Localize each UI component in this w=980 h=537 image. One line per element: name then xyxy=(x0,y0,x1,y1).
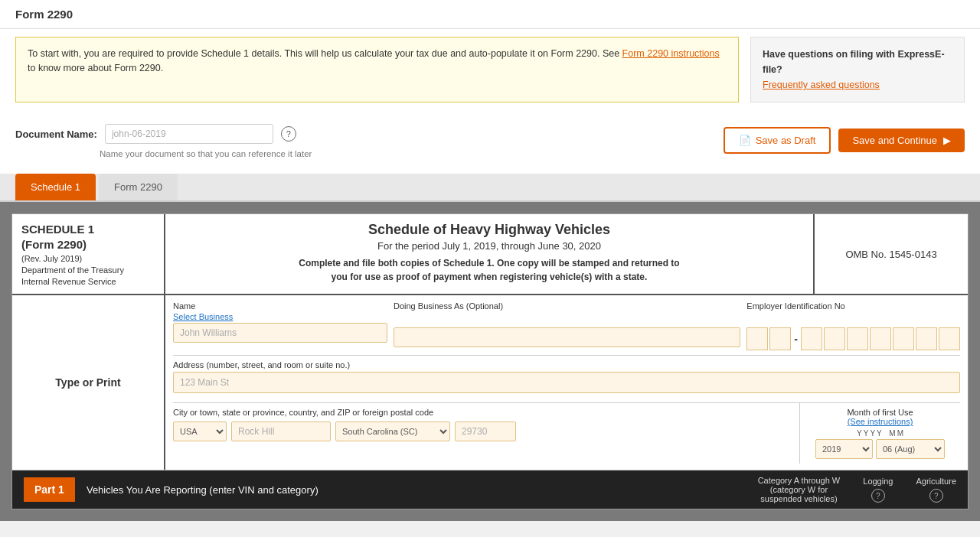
type-print-label: Type or Print xyxy=(12,295,165,470)
page-title: Form 2290 xyxy=(0,0,980,29)
schedule-left-info: SCHEDULE 1(Form 2290) (Rev. July 2019) D… xyxy=(12,214,165,294)
logging-help-icon[interactable]: ? xyxy=(871,489,885,503)
tab-form2290[interactable]: Form 2290 xyxy=(99,174,178,200)
month-select[interactable]: 06 (Aug) xyxy=(876,439,945,459)
col3-label: Agriculture xyxy=(916,477,956,486)
part1-title: Vehicles You Are Reporting (enter VIN an… xyxy=(87,484,758,496)
doc-hint: Name your document so that you can refer… xyxy=(15,149,312,164)
month-instructions-link[interactable]: (See instructions) xyxy=(848,417,913,426)
ein-digit-1[interactable] xyxy=(746,327,768,350)
select-business-link[interactable]: Select Business xyxy=(173,312,387,321)
doc-name-label: Document Name: xyxy=(15,129,97,140)
ein-digit-6[interactable] xyxy=(870,327,891,350)
ein-digit-3[interactable] xyxy=(801,327,822,350)
part1-bar: Part 1 Vehicles You Are Reporting (enter… xyxy=(12,470,968,509)
ein-digit-8[interactable] xyxy=(916,327,937,350)
save-draft-button[interactable]: 📄 Save as Draft xyxy=(724,127,831,154)
schedule-omb: OMB No. 1545-0143 xyxy=(815,214,968,294)
schedule-center-title: Schedule of Heavy Highway Vehicles For t… xyxy=(165,214,815,294)
col2-label: Logging xyxy=(863,477,893,486)
zip-input[interactable] xyxy=(455,421,516,441)
save-continue-button[interactable]: Save and Continue ▶ xyxy=(838,129,965,152)
city-state-zip-label: City or town, state or province, country… xyxy=(173,408,799,417)
ein-digit-2[interactable] xyxy=(769,327,791,350)
name-label: Name xyxy=(173,301,387,311)
name-input[interactable] xyxy=(173,323,387,343)
month-first-use: Month of first Use (See instructions) YY… xyxy=(799,403,960,464)
dba-input[interactable] xyxy=(394,327,740,347)
tab-schedule1[interactable]: Schedule 1 xyxy=(15,174,96,200)
dba-label: Doing Business As (Optional) xyxy=(394,301,740,311)
ein-field: - xyxy=(746,327,960,350)
ein-digit-7[interactable] xyxy=(893,327,914,350)
ein-digit-4[interactable] xyxy=(824,327,845,350)
ein-digit-5[interactable] xyxy=(847,327,868,350)
address-input[interactable] xyxy=(173,372,960,393)
info-banner: To start with, you are required to provi… xyxy=(15,37,739,103)
arrow-icon: ▶ xyxy=(943,135,951,146)
part1-label: Part 1 xyxy=(24,477,75,502)
help-box: Have questions on filing with ExpressE-f… xyxy=(750,37,965,103)
country-select[interactable]: USA xyxy=(173,421,227,441)
form-instructions-link[interactable]: Form 2290 instructions xyxy=(622,48,720,59)
agriculture-help-icon[interactable]: ? xyxy=(929,489,943,503)
doc-name-input[interactable] xyxy=(105,124,273,144)
state-select[interactable]: South Carolina (SC) xyxy=(335,421,450,441)
tab-bar: Schedule 1 Form 2290 xyxy=(0,174,980,202)
year-select[interactable]: 2019 xyxy=(815,439,873,459)
city-input[interactable] xyxy=(231,421,331,441)
draft-icon: 📄 xyxy=(739,135,751,146)
col1-label: Category A through W(category W forsuspe… xyxy=(758,476,841,503)
help-icon[interactable]: ? xyxy=(281,126,296,142)
ein-digit-9[interactable] xyxy=(939,327,960,350)
ein-label: Employer Identification No xyxy=(746,301,960,311)
address-label: Address (number, street, and room or sui… xyxy=(173,360,960,369)
faq-link[interactable]: Frequently asked questions xyxy=(763,80,880,90)
